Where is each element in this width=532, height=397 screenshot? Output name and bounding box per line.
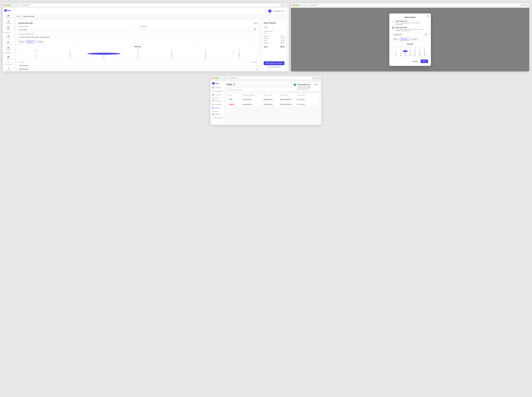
nav-back[interactable]: ‹ (12, 4, 15, 7)
user-dropdown-icon[interactable]: ▾ (286, 10, 286, 12)
calendar-icon: 📅 (254, 29, 256, 31)
option-send-now[interactable]: Send order now Order created would be se… (392, 20, 428, 25)
sidebar-section-payments: PAYMENTS (3, 52, 14, 54)
mini-calendar: « ‹ May 2022 › » Su Mo Tu We (18, 44, 257, 60)
sidebar: bani Welcome Compliance Overview BUSINES… (3, 8, 14, 71)
dot-green (216, 77, 218, 79)
clear-button[interactable]: Clear (254, 22, 257, 24)
sidebar-item-products[interactable]: Products (3, 34, 14, 40)
modal-date-tab-tomorrow[interactable]: Tomorrow (400, 38, 409, 41)
row-arrow-icon[interactable]: › (313, 103, 317, 105)
bottom-app-layout: bani Welcome Compliance Overview BUSINES… (211, 81, 321, 125)
cal-prev[interactable]: ‹ (77, 46, 79, 48)
bottom-sidebar-orders[interactable]: Orders (211, 106, 224, 110)
bottom-browser: ‹ › app.bani.com ⬆ + ⬚ bani Wel (211, 76, 321, 125)
extension-icon[interactable]: ⬚ (526, 4, 528, 6)
extension-icon[interactable]: ⬚ (285, 4, 287, 6)
dot-green (297, 5, 298, 6)
radio-send-later[interactable] (392, 27, 394, 29)
bottom-sidebar-transactions[interactable]: Transactions (211, 116, 224, 120)
send-modal-button[interactable]: Send (421, 60, 428, 63)
sidebar-section-business: BUSINESS (3, 31, 14, 34)
sidebar-item-compliance[interactable]: Compliance (3, 20, 14, 25)
bottom-sidebar-welcome[interactable]: Welcome (211, 86, 224, 89)
order-form: Create new order Clear Customer details … (16, 20, 259, 70)
summary-item-icon (264, 25, 268, 30)
svg-rect-0 (7, 26, 8, 27)
nav-back[interactable]: ‹ (300, 4, 303, 7)
items-table: Item name Quantity ▾ Red Sneaker 2 (18, 62, 257, 71)
share-icon[interactable]: ⬆ (522, 4, 523, 6)
modal-date-tab-3days[interactable]: In 3 days (410, 38, 418, 41)
bottom-sidebar: bani Welcome Compliance Overview BUSINES… (211, 81, 224, 125)
add-tab-icon[interactable]: + (317, 77, 317, 79)
nav-forward[interactable]: › (15, 4, 18, 7)
sidebar-item-wallets[interactable]: Wallets (3, 55, 14, 60)
add-tab-icon[interactable]: + (284, 4, 285, 6)
date-tab-tomorrow[interactable]: Tomorrow (26, 40, 35, 43)
add-tab-icon[interactable]: + (524, 4, 525, 6)
customer-select[interactable]: Vera Onazi ▾ (18, 28, 137, 31)
svg-point-10 (8, 56, 9, 57)
modal-cal-prev[interactable]: ‹ (400, 43, 402, 45)
cancel-button[interactable]: Cancel (411, 60, 419, 63)
bottom-sidebar-compliance[interactable]: Compliance (211, 89, 224, 93)
bottom-sidebar-products[interactable]: Products (211, 99, 224, 103)
modal-cal-next-next[interactable]: » (425, 43, 427, 45)
sidebar-item-welcome[interactable]: Welcome (3, 14, 14, 19)
svg-rect-9 (7, 56, 9, 57)
table-row[interactable]: Unpaid Lamar Ayanfe 08023221144 NGN 100,… (227, 102, 319, 107)
nav-forward[interactable]: › (304, 4, 306, 7)
bottom-browser-actions: ⬆ + ⬚ (314, 77, 320, 79)
nav-forward[interactable]: › (223, 77, 226, 80)
page-content: Create new order Clear Customer details … (14, 18, 289, 71)
item-dropdown-icon[interactable]: ▾ (18, 64, 19, 66)
delivery-address[interactable]: 123 Ab Junction Close, Ikeja, Lagos, Nig… (18, 35, 257, 39)
logo-icon (212, 82, 215, 84)
save-later-button[interactable]: Save order for later (264, 66, 285, 68)
modal-cal-next[interactable]: › (418, 43, 420, 45)
user-badge: JT JT Industry Limit... ▾ (268, 9, 286, 13)
calendar-icon: 📅 (425, 34, 427, 36)
refresh-icon[interactable]: ↻ (265, 10, 267, 12)
summary-total-row: Total ₦0.00 (264, 45, 285, 48)
date-tab-today[interactable]: Today (18, 40, 25, 43)
items-table-header: Item name Quantity (18, 62, 257, 64)
svg-rect-25 (212, 114, 214, 115)
option-send-later[interactable]: Send order later Order created would be … (392, 27, 428, 31)
browser-url-bar: app.bani.com (20, 4, 279, 7)
modal-cal-prev-prev[interactable]: « (393, 43, 396, 45)
item-dropdown-icon[interactable]: ▾ (18, 68, 19, 70)
cal-prev-prev[interactable]: « (19, 46, 22, 48)
share-icon[interactable]: ⬆ (314, 77, 316, 79)
table-row[interactable]: Paid Lamar Ayanfe 08023221144 NGN 100,00… (227, 97, 319, 102)
bottom-sidebar-wallets[interactable]: Wallets (211, 112, 224, 116)
due-payment-input[interactable]: DD/MM/YYYY 📅 (139, 28, 257, 31)
notif-description: You have successfully created and sent o… (297, 86, 313, 90)
orders-table: Status Customer full name Phone number T… (227, 93, 319, 107)
extension-icon[interactable]: ⬚ (318, 77, 320, 79)
cal-next[interactable]: › (196, 46, 198, 48)
notif-close-button[interactable]: Close (314, 84, 318, 85)
sidebar-item-transactions[interactable]: Transactions (3, 61, 14, 66)
row-arrow-icon[interactable]: › (313, 99, 317, 100)
sidebar-item-live-mode[interactable]: Live mode (3, 66, 14, 71)
share-icon[interactable]: ⬆ (282, 4, 283, 6)
modal-actions: Cancel Send (392, 60, 428, 63)
nav-back[interactable]: ‹ (220, 77, 222, 80)
cal-next-next[interactable]: » (254, 46, 256, 48)
bottom-sidebar-customers[interactable]: Customers (211, 103, 224, 106)
summary-delivery-row: Delivery ₦0.00 (264, 38, 285, 39)
date-tab-3days[interactable]: In 3 days (36, 40, 44, 43)
svg-rect-6 (7, 47, 9, 47)
svg-rect-1 (8, 26, 9, 27)
modal-close-button[interactable]: ✕ (427, 15, 430, 17)
bottom-sidebar-overview[interactable]: Overview (211, 93, 224, 97)
sidebar-item-overview[interactable]: Overview (3, 25, 14, 31)
date-display[interactable]: 20 May 2022 📅 (392, 33, 428, 36)
sidebar-item-orders[interactable]: Orders (3, 46, 14, 51)
sidebar-item-customers[interactable]: Customers (3, 40, 14, 45)
radio-send-now[interactable] (392, 20, 394, 22)
send-order-button[interactable]: Send order to customer (264, 61, 285, 65)
modal-date-tab-today[interactable]: Today (392, 38, 399, 41)
